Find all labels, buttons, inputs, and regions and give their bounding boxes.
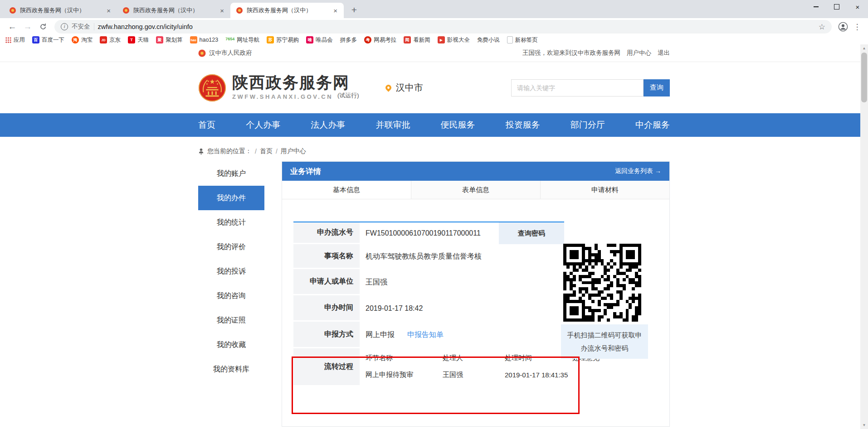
sidebar-item[interactable]: 我的统计 xyxy=(198,210,264,235)
bookmark-item[interactable]: 应用 xyxy=(5,36,25,44)
avatar-icon[interactable] xyxy=(836,20,850,34)
scroll-up-arrow[interactable]: ▲ xyxy=(860,44,868,52)
browser-tabs: 陕西政务服务网（汉中）×陕西政务服务网（汉中）×陕西政务服务网（汉中）× xyxy=(4,3,344,18)
nav-item[interactable]: 首页 xyxy=(198,113,215,137)
nav-item[interactable]: 个人办事 xyxy=(246,113,280,137)
nav-item[interactable]: 中介服务 xyxy=(635,113,670,137)
detail-value: FW15010000610700190117000011 xyxy=(360,222,499,244)
sidebar-item[interactable]: 我的资料库 xyxy=(198,357,264,381)
query-password-cell[interactable]: 查询密码 xyxy=(499,222,564,244)
notice-form-link[interactable]: 申报告知单 xyxy=(407,330,444,340)
sidebar-item[interactable]: 我的账户 xyxy=(198,161,264,186)
menu-kebab-icon[interactable]: ⋮ xyxy=(852,22,863,32)
table-row: 申报方式网上申报申报告知单 xyxy=(293,322,564,348)
panel-tab[interactable]: 表单信息 xyxy=(411,181,541,199)
logout-link[interactable]: 退出 xyxy=(658,49,670,57)
panel-tab[interactable]: 申请材料 xyxy=(541,181,669,199)
trial-label: (试运行) xyxy=(337,92,359,100)
bookmark-label: 免费小说 xyxy=(477,36,500,44)
welcome-text: 王国强，欢迎来到汉中市政务服务网 xyxy=(522,49,620,57)
breadcrumb-link-user-center[interactable]: 用户中心 xyxy=(281,147,306,155)
forward-button[interactable]: → xyxy=(21,20,34,34)
bookmark-item[interactable]: 苏苏宁易购 xyxy=(267,36,299,44)
tab-title: 陕西政务服务网（汉中） xyxy=(20,6,102,14)
search-input[interactable] xyxy=(511,79,644,96)
reload-icon xyxy=(39,23,47,30)
bookmark-favicon-icon: 闻 xyxy=(404,36,411,43)
bookmark-item[interactable]: 唯唯品会 xyxy=(306,36,333,44)
city-selector[interactable]: 汉中市 xyxy=(385,82,423,94)
bookmark-item[interactable]: 拼多多 xyxy=(340,36,357,44)
sidebar-item[interactable]: 我的办件 xyxy=(198,186,264,210)
sidebar-item[interactable]: 我的证照 xyxy=(198,308,264,333)
close-button[interactable]: × xyxy=(847,0,868,14)
url-text: zwfw.hanzhong.gov.cn/icity/uinfo xyxy=(98,23,193,30)
info-icon[interactable]: i xyxy=(61,23,68,30)
browser-tab[interactable]: 陕西政务服务网（汉中）× xyxy=(117,3,230,18)
site-logo[interactable]: 陕西政务服务网 ZWFW.SHAANXI.GOV.CN (试运行) xyxy=(198,74,359,102)
bookmark-item[interactable]: 闻看新闻 xyxy=(404,36,430,44)
favicon-icon xyxy=(9,7,16,14)
scroll-down-arrow[interactable]: ▼ xyxy=(860,421,868,429)
panel-tab[interactable]: 基本信息 xyxy=(282,181,411,199)
bookmark-item[interactable]: 7654网址导航 xyxy=(225,36,259,44)
nav-item[interactable]: 并联审批 xyxy=(375,113,410,137)
back-button[interactable]: ← xyxy=(5,20,19,34)
bookmark-item[interactable]: 聚聚划算 xyxy=(156,36,183,44)
page-scrollbar[interactable]: ▲ ▼ xyxy=(860,44,868,429)
sidebar-item[interactable]: 我的收藏 xyxy=(198,333,264,357)
gov-name: 汉中市人民政府 xyxy=(209,49,252,57)
scroll-thumb[interactable] xyxy=(861,53,867,102)
bookmark-item[interactable]: T天猫 xyxy=(128,36,149,44)
bookmark-item[interactable]: 淘淘宝 xyxy=(72,36,93,44)
site-title: 陕西政务服务网 xyxy=(232,74,359,91)
bookmark-item[interactable]: ▶影视大全 xyxy=(438,36,470,44)
process-cell: 2019-01-17 18:41:35 xyxy=(505,371,572,379)
bookmark-item[interactable]: JD京东 xyxy=(100,36,121,44)
bookmark-label: 网址导航 xyxy=(237,36,259,44)
bookmark-label: 应用 xyxy=(14,36,25,44)
user-center-link[interactable]: 用户中心 xyxy=(627,49,651,57)
bookmark-item[interactable]: haohao123 xyxy=(190,36,219,43)
bookmark-item[interactable]: 免费小说 xyxy=(477,36,500,44)
table-row: 申办流水号FW15010000610700190117000011查询密码 xyxy=(293,222,564,244)
detail-value: 王国强 xyxy=(360,269,564,295)
maximize-button[interactable] xyxy=(826,0,847,14)
browser-tab[interactable]: 陕西政务服务网（汉中）× xyxy=(4,3,117,18)
detail-value-text: 网上申报 xyxy=(366,330,395,340)
sidebar-item[interactable]: 我的评价 xyxy=(198,235,264,259)
qr-code xyxy=(563,244,641,322)
bookmark-star-icon[interactable]: ☆ xyxy=(819,22,825,32)
nav-item[interactable]: 便民服务 xyxy=(441,113,475,137)
nav-item[interactable]: 投资服务 xyxy=(506,113,540,137)
bookmark-item[interactable]: 新标签页 xyxy=(507,36,538,44)
qr-caption-line2: 办流水号和密码 xyxy=(561,342,648,355)
sidebar-item[interactable]: 我的咨询 xyxy=(198,284,264,308)
breadcrumb-link-home[interactable]: 首页 xyxy=(260,147,273,155)
search-button[interactable]: 查询 xyxy=(644,79,670,96)
back-to-list-link[interactable]: 返回业务列表 → xyxy=(615,167,661,175)
bookmark-item[interactable]: 百百度一下 xyxy=(32,36,64,44)
minimize-button[interactable] xyxy=(805,0,826,14)
national-emblem-icon xyxy=(198,74,226,102)
site-header: 陕西政务服务网 ZWFW.SHAANXI.GOV.CN (试运行) 汉中市 查询 xyxy=(0,62,868,113)
sidebar-item[interactable]: 我的投诉 xyxy=(198,259,264,284)
detail-label: 申报方式 xyxy=(293,322,360,348)
browser-tab[interactable]: 陕西政务服务网（汉中）× xyxy=(230,3,344,18)
nav-item[interactable]: 部门分厅 xyxy=(571,113,605,137)
tab-close-icon[interactable]: × xyxy=(106,7,112,14)
table-row: 申办时间2019-01-17 18:42 xyxy=(293,295,564,322)
gov-emblem-icon xyxy=(198,49,206,57)
url-bar[interactable]: i 不安全 zwfw.hanzhong.gov.cn/icity/uinfo ☆ xyxy=(54,20,832,34)
new-tab-button[interactable]: + xyxy=(347,3,361,17)
tab-close-icon[interactable]: × xyxy=(332,7,338,14)
bookmark-label: hao123 xyxy=(200,37,219,43)
nav-item[interactable]: 法人办事 xyxy=(311,113,345,137)
reload-button[interactable] xyxy=(36,20,50,34)
gov-portal-link[interactable]: 汉中市人民政府 xyxy=(198,49,252,57)
panel-header: 业务详情 返回业务列表 → xyxy=(282,162,669,181)
bookmark-item[interactable]: 考网易考拉 xyxy=(364,36,396,44)
detail-label: 流转过程 xyxy=(293,348,360,386)
tab-close-icon[interactable]: × xyxy=(219,7,225,14)
table-row: 申请人或单位王国强 xyxy=(293,269,564,295)
